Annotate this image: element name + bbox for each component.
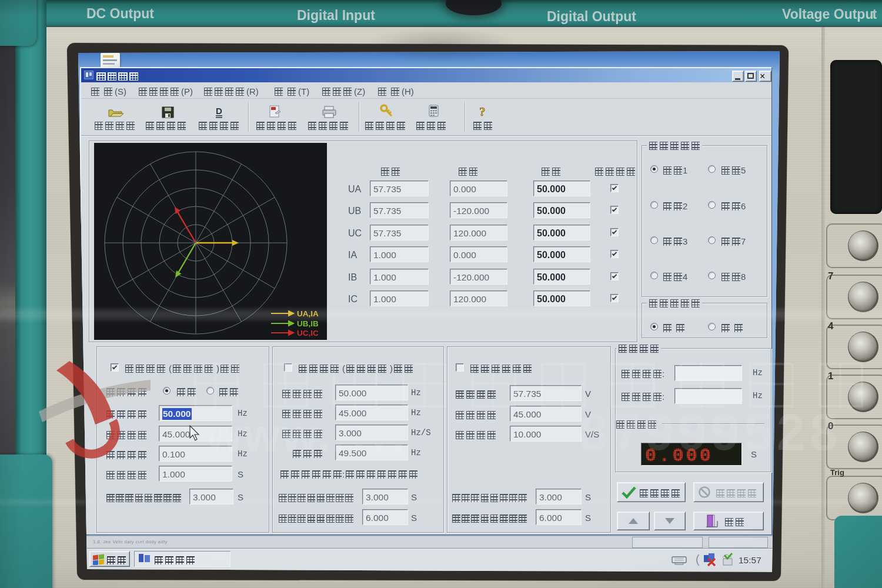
svg-text:D: D (216, 106, 222, 116)
svg-text:?: ? (479, 105, 486, 119)
svg-text:UC,IC: UC,IC (297, 329, 319, 338)
